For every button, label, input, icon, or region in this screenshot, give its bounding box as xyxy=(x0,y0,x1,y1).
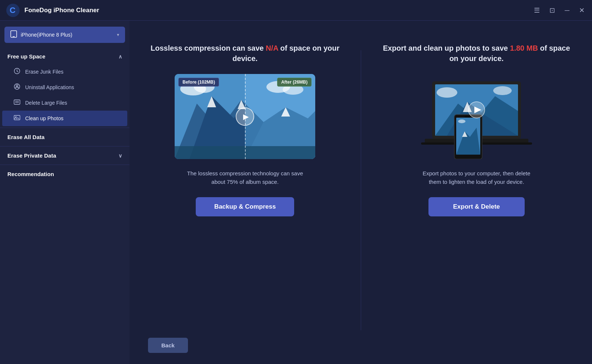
sidebar-item-erase-all-data[interactable]: Erase All Data xyxy=(0,129,130,145)
title-bar: C FoneDog iPhone Cleaner ☰ ⊡ ─ ✕ xyxy=(0,0,592,21)
svg-rect-3 xyxy=(13,36,15,37)
cards-row: Lossless compression can save N/A of spa… xyxy=(148,36,574,330)
sidebar-item-recommendation[interactable]: Recommendation xyxy=(0,166,130,182)
device-selector[interactable]: iPhone(iPhone 8 Plus) ▾ xyxy=(4,27,125,43)
sidebar-label-uninstall-applications: Uninstall Applications xyxy=(25,84,74,90)
left-title-highlight: N/A xyxy=(266,44,278,52)
before-label: Before (102MB) xyxy=(178,78,219,87)
main-layout: iPhone(iPhone 8 Plus) ▾ Free up Space ∧ … xyxy=(0,21,592,364)
section-arrow-free-up-space: ∧ xyxy=(118,54,122,60)
svg-text:C: C xyxy=(10,6,16,15)
backup-compress-button[interactable]: Backup & Compress xyxy=(196,197,294,216)
divider-2 xyxy=(0,146,130,146)
card-vertical-divider xyxy=(361,50,361,330)
minimize-button[interactable]: ─ xyxy=(563,6,571,15)
content-area: Lossless compression can save N/A of spa… xyxy=(130,21,592,364)
svg-point-42 xyxy=(458,119,465,123)
sidebar-label-clean-up-photos: Clean up Photos xyxy=(25,115,64,121)
compression-image[interactable]: Before (102MB) After (26MB) ▶ xyxy=(175,74,315,159)
svg-point-33 xyxy=(437,87,457,98)
person-circle-icon xyxy=(13,83,21,91)
svg-rect-9 xyxy=(14,100,20,104)
chevron-down-icon-private: ∨ xyxy=(118,153,122,159)
right-card-title: Export and clean up photos to save 1.80 … xyxy=(380,43,574,64)
device-image[interactable] xyxy=(406,74,547,159)
card-backup-compress: Lossless compression can save N/A of spa… xyxy=(148,43,342,216)
left-card-description: The lossless compression technology can … xyxy=(186,169,304,186)
sidebar-label-delete-large-files: Delete Large Files xyxy=(25,100,67,106)
sidebar-item-clean-up-photos[interactable]: Clean up Photos xyxy=(2,111,127,126)
left-title-part1: Lossless compression can save xyxy=(151,44,266,52)
close-button[interactable]: ✕ xyxy=(578,6,586,15)
right-title-highlight: 1.80 MB xyxy=(510,44,538,52)
right-card-description: Export photos to your computer, then del… xyxy=(417,169,536,186)
chat-button[interactable]: ⊡ xyxy=(548,6,556,15)
play-button-left[interactable]: ▶ xyxy=(236,107,254,126)
svg-point-34 xyxy=(493,86,512,95)
card-export-delete: Export and clean up photos to save 1.80 … xyxy=(380,43,574,216)
window-controls: ☰ ⊡ ─ ✕ xyxy=(532,6,586,15)
sidebar-item-erase-private-data[interactable]: Erase Private Data ∨ xyxy=(0,148,130,163)
sidebar-section-free-up-space: Free up Space ∧ Erase Junk Files xyxy=(0,49,130,126)
bottom-bar: Back xyxy=(148,330,574,353)
sidebar: iPhone(iPhone 8 Plus) ▾ Free up Space ∧ … xyxy=(0,21,130,364)
app-title: FoneDog iPhone Cleaner xyxy=(24,7,532,14)
list-icon xyxy=(13,99,21,107)
clock-icon xyxy=(13,68,21,76)
svg-line-6 xyxy=(17,71,18,72)
device-icon xyxy=(10,30,17,39)
photo-icon xyxy=(13,114,21,122)
svg-point-8 xyxy=(16,85,18,87)
svg-rect-43 xyxy=(465,116,472,117)
sidebar-item-delete-large-files[interactable]: Delete Large Files xyxy=(2,95,127,111)
sidebar-item-erase-junk-files[interactable]: Erase Junk Files xyxy=(2,64,127,80)
divider-1 xyxy=(0,128,130,128)
menu-button[interactable]: ☰ xyxy=(532,6,541,15)
section-label-free-up-space: Free up Space xyxy=(7,53,46,60)
after-label: After (26MB) xyxy=(277,78,312,87)
divider-3 xyxy=(0,165,130,165)
play-icon-left: ▶ xyxy=(243,112,249,121)
sidebar-item-uninstall-applications[interactable]: Uninstall Applications xyxy=(2,80,127,95)
chevron-down-icon: ▾ xyxy=(117,32,119,37)
sidebar-label-erase-junk-files: Erase Junk Files xyxy=(25,69,63,75)
app-logo: C xyxy=(6,3,20,17)
back-button[interactable]: Back xyxy=(148,338,188,353)
left-card-title: Lossless compression can save N/A of spa… xyxy=(148,43,342,64)
section-header-free-up-space[interactable]: Free up Space ∧ xyxy=(0,49,130,64)
export-delete-button[interactable]: Export & Delete xyxy=(428,197,525,216)
right-title-part1: Export and clean up photos to save xyxy=(383,44,510,52)
device-name: iPhone(iPhone 8 Plus) xyxy=(21,32,117,38)
